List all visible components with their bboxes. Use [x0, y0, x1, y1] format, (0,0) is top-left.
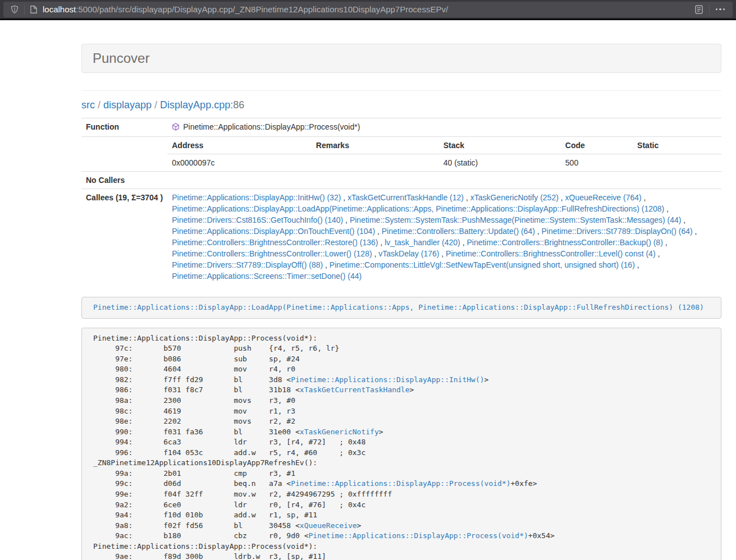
tracking-shield-icon[interactable]: [9, 4, 20, 15]
url-path: :5000/path/src/displayapp/DisplayApp.cpp…: [76, 4, 448, 14]
page-info-icon[interactable]: [29, 4, 39, 15]
function-row: Function Pinetime::Applications::Display…: [81, 118, 721, 137]
breadcrumb-separator: /: [154, 99, 157, 111]
breadcrumb: src/displayapp/DisplayApp.cpp:86: [81, 98, 721, 112]
symbol-cube-icon: [172, 122, 180, 134]
breadcrumb-separator: /: [98, 99, 100, 111]
reader-mode-icon[interactable]: [693, 3, 705, 16]
function-table: Function Pinetime::Applications::Display…: [81, 118, 721, 284]
callee-link[interactable]: Pinetime::Controllers::Battery::Update()…: [382, 227, 535, 236]
divider-rule: [81, 90, 721, 91]
breadcrumb-line-number: :86: [230, 99, 244, 111]
callee-link[interactable]: Pinetime::Applications::DisplayApp::Load…: [172, 204, 664, 213]
stats-table-cell: Address Remarks Stack Code Static 0x0000…: [167, 137, 721, 172]
asm-symbol-link[interactable]: Pinetime::Applications::DisplayApp::Init…: [291, 375, 484, 384]
no-callers-label: No Callers: [81, 172, 167, 189]
stats-value-remarks: [312, 154, 439, 172]
callee-link[interactable]: Pinetime::Applications::Screens::Timer::…: [172, 272, 362, 281]
url-host: localhost: [43, 4, 76, 14]
stats-table: Address Remarks Stack Code Static 0x0000…: [167, 137, 721, 171]
function-name: Pinetime::Applications::DisplayApp::Proc…: [183, 122, 360, 131]
callee-link[interactable]: Pinetime::Drivers::St7789::DisplayOn() (…: [542, 227, 693, 236]
app-header-panel: Puncover: [81, 44, 721, 73]
stats-value-code: 500: [561, 154, 633, 172]
stats-row: Address Remarks Stack Code Static 0x0000…: [81, 137, 721, 172]
stats-value-stack: 40 (static): [439, 154, 561, 172]
callee-link[interactable]: Pinetime::Controllers::BrightnessControl…: [446, 249, 655, 258]
callee-link[interactable]: Pinetime::Controllers::BrightnessControl…: [172, 249, 372, 258]
callee-link[interactable]: Pinetime::Applications::DisplayApp::OnTo…: [172, 227, 375, 236]
function-row-label: Function: [81, 118, 167, 137]
breadcrumb-link-displayapp[interactable]: displayapp: [103, 99, 152, 111]
main-content: Puncover src/displayapp/DisplayApp.cpp:8…: [81, 44, 721, 560]
callee-link[interactable]: lv_task_handler (420): [385, 238, 460, 247]
callees-row: Callees (19, Σ=3704 ) Pinetime::Applicat…: [81, 189, 721, 285]
callee-link[interactable]: vTaskDelay (176): [378, 249, 439, 258]
callee-link[interactable]: xQueueReceive (764): [565, 193, 642, 202]
stats-values-row: 0x0000097c 40 (static) 500: [167, 154, 721, 172]
callee-link[interactable]: xTaskGetCurrentTaskHandle (12): [348, 193, 464, 202]
loadapp-snippet: Pinetime::Applications::DisplayApp::Load…: [81, 297, 721, 319]
breadcrumb-link-src[interactable]: src: [81, 99, 95, 111]
stats-row-label: [81, 137, 167, 172]
breadcrumb-link-file[interactable]: DisplayApp.cpp: [160, 99, 230, 111]
stats-header-static: Static: [633, 137, 721, 154]
stats-header-address: Address: [167, 137, 312, 154]
browser-toolbar: localhost:5000/path/src/displayapp/Displ…: [0, 0, 736, 20]
asm-symbol-link[interactable]: xTaskGenericNotify: [300, 428, 379, 436]
url-text: localhost:5000/path/src/displayapp/Displ…: [43, 4, 689, 14]
callees-list: Pinetime::Applications::DisplayApp::Init…: [167, 189, 721, 285]
callee-link[interactable]: Pinetime::Drivers::St7789::DisplayOff() …: [172, 260, 323, 269]
function-name-cell: Pinetime::Applications::DisplayApp::Proc…: [167, 118, 721, 137]
stats-header-remarks: Remarks: [312, 137, 439, 154]
asm-symbol-link[interactable]: xQueueReceive: [300, 521, 357, 530]
page-actions-icon[interactable]: [714, 7, 728, 12]
no-callers-cell: [167, 172, 721, 189]
callee-link[interactable]: xTaskGenericNotify (252): [470, 193, 559, 202]
urlbar-divider: [24, 4, 25, 15]
callee-link[interactable]: Pinetime::Applications::DisplayApp::Init…: [172, 193, 341, 202]
callee-link[interactable]: Pinetime::Components::LittleVgl::SetNewT…: [330, 260, 635, 269]
asm-symbol-link[interactable]: xTaskGetCurrentTaskHandle: [300, 385, 410, 394]
stats-value-static: [633, 154, 721, 172]
callee-link[interactable]: Pinetime::Controllers::BrightnessControl…: [467, 238, 662, 247]
callee-link[interactable]: Pinetime::Drivers::Cst816S::GetTouchInfo…: [172, 215, 343, 224]
callee-link[interactable]: Pinetime::Controllers::BrightnessControl…: [172, 238, 378, 247]
stats-header-stack: Stack: [439, 137, 561, 154]
page-title: Puncover: [93, 51, 710, 66]
callees-label: Callees (19, Σ=3704 ): [81, 189, 167, 285]
asm-symbol-link[interactable]: Pinetime::Applications::DisplayApp::Proc…: [309, 531, 528, 540]
loadapp-symbol-link[interactable]: Pinetime::Applications::DisplayApp::Load…: [93, 303, 704, 311]
url-bar[interactable]: localhost:5000/path/src/displayapp/Displ…: [3, 2, 733, 17]
assembly-listing: Pinetime::Applications::DisplayApp::Proc…: [81, 328, 721, 560]
callee-link[interactable]: Pinetime::System::SystemTask::PushMessag…: [350, 215, 682, 224]
urlbar-divider-right: [709, 4, 710, 15]
stats-header-code: Code: [561, 137, 633, 154]
stats-value-address: 0x0000097c: [167, 154, 312, 172]
no-callers-row: No Callers: [81, 172, 721, 189]
asm-symbol-link[interactable]: Pinetime::Applications::DisplayApp::Proc…: [291, 479, 510, 488]
